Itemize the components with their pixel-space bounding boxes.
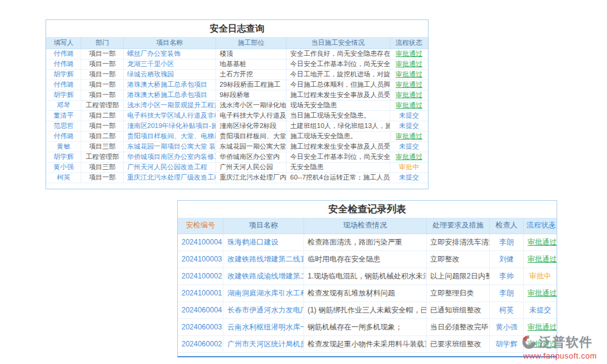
project-cell[interactable]: 珠海鹤港口建设 <box>223 234 304 251</box>
log-col-filler: 填写人 <box>46 37 81 49</box>
no-cell[interactable]: 2024100004 <box>178 234 223 251</box>
inspection-col-inspector: 检查人 <box>490 218 524 234</box>
inspection-col-measures: 处理要求及措施 <box>426 218 489 234</box>
action-cell: 已要求班组整改 <box>426 335 489 352</box>
vendor-url[interactable]: www.fanpusoft.com <box>521 351 606 360</box>
project-cell[interactable]: 广州市天河区统计局机房改... <box>223 335 304 352</box>
inspection-row: 2024100004珠海鹤港口建设检查路面清洗，路面污染严重立即安排清洗车清洗李… <box>178 234 557 251</box>
flow-cell[interactable]: 审批通过 <box>524 318 557 335</box>
no-cell[interactable]: 2024100001 <box>178 285 223 302</box>
project-cell[interactable]: 贵阳项目样板间、大堂、电梯厅装修工程 <box>123 131 215 141</box>
part-cell: 重庆江北污水处理厂内部... <box>215 172 286 183</box>
project-cell[interactable]: 华侨城项目南区办公室内装修工程 <box>123 152 215 162</box>
inspector-cell[interactable]: 黄小强 <box>490 318 524 335</box>
situation-cell: 无安全隐患 <box>287 162 390 172</box>
name-cell[interactable]: 付伟璐 <box>46 131 81 141</box>
flow-cell[interactable]: 审批通过 <box>390 152 428 162</box>
log-row: 邓琴工程管理部浅水湾小区一期景观提升工程施工浅水湾小区一期绿化地现场无安全隐患审… <box>46 100 428 110</box>
flow-cell[interactable]: 未提交 <box>524 302 557 318</box>
inspector-cell[interactable]: 胡学辉 <box>490 335 524 352</box>
situation-cell: 今日施工总体顺利，但施工人员脚面烫伤 <box>287 79 390 90</box>
log-col-safety-situation: 当日施工安全情况 <box>287 37 390 49</box>
name-cell[interactable]: 胡学辉 <box>46 69 81 79</box>
inspection-record-table: 安检编号 项目名称 现场检查情况 处理要求及措施 检查人 流程状态 ▼ 2024… <box>178 218 557 353</box>
project-cell[interactable]: 潼南区2019年绿化补贴项目-施工2标段 <box>123 121 215 131</box>
flow-cell[interactable]: 审批通过 <box>524 251 557 268</box>
situation-cell: (1) 钢筋绑扎作业三人未戴安全帽，已通知... <box>304 302 426 318</box>
name-cell[interactable]: 黄小强 <box>46 162 81 172</box>
part-cell: 广州天河人民公园 <box>215 162 286 172</box>
name-cell[interactable]: 柯英 <box>46 172 81 183</box>
log-row: 范思哲项目一部潼南区2019年绿化补贴项目-施工2标段潼南区绿化带2标段土建班组… <box>46 121 428 131</box>
project-cell[interactable]: 广州天河人民公园改造工程 <box>123 162 215 172</box>
no-cell[interactable]: 2024100003 <box>178 251 223 268</box>
inspector-cell[interactable]: 李朗 <box>490 285 524 302</box>
flow-cell[interactable]: 审批中 <box>524 268 557 285</box>
name-cell[interactable]: 胡学辉 <box>46 152 81 162</box>
dept-cell: 工程管理部 <box>81 152 123 162</box>
flow-cell[interactable]: 审批通过 <box>390 69 428 79</box>
project-cell[interactable]: 港珠澳大桥施工总承包项目 <box>123 79 215 90</box>
project-cell[interactable]: 浅水湾小区一期景观提升工程施工 <box>123 100 215 110</box>
flow-cell[interactable]: 审批通过 <box>390 49 428 59</box>
inspector-cell[interactable]: 李帅 <box>490 268 524 285</box>
safety-log-title: 安全日志查询 <box>46 20 428 37</box>
project-cell[interactable]: 改建铁路成渝线增建第二直... <box>223 268 304 285</box>
project-cell[interactable]: 港珠澳大桥施工总承包项目 <box>123 90 215 100</box>
name-cell[interactable]: 董清平 <box>46 110 81 121</box>
no-cell[interactable]: 2024060002 <box>178 335 223 352</box>
part-cell: 土石方开挖 <box>215 69 286 79</box>
log-row: 胡学辉工程管理部华侨城项目南区办公室内装修工程华侨城南区办公室内今日安全工作基本… <box>46 152 428 162</box>
project-cell[interactable]: 电子科技大学区域人行道及非机动车道工程 <box>123 110 215 121</box>
flow-cell[interactable]: 审批通过 <box>524 285 557 302</box>
log-col-flow-status: 流程状态 <box>390 37 428 49</box>
name-cell[interactable]: 范思哲 <box>46 121 81 131</box>
flow-cell[interactable]: 审批通过 <box>390 100 428 110</box>
filter-dropdown-icon[interactable]: ▼ <box>550 223 555 228</box>
inspection-col-check-number: 安检编号 <box>178 218 223 234</box>
flow-cell[interactable]: 审批通过 <box>390 90 428 100</box>
flow-cell[interactable]: 审批中 <box>390 162 428 172</box>
log-header-row: 填写人 部门 项目名称 施工部位 当日施工安全情况 流程状态 <box>46 37 428 49</box>
vendor-watermark: 泛普软件 www.fanpusoft.com <box>521 334 606 360</box>
name-cell[interactable]: 胡学辉 <box>46 90 81 100</box>
flow-cell[interactable]: 审批通过 <box>390 59 428 69</box>
project-cell[interactable]: 螺丝厂办公室装饰 <box>123 49 215 59</box>
part-cell: 楼顶 <box>215 49 286 59</box>
project-cell[interactable]: 重庆江北污水处理厂级改造工程-道路修复 <box>123 172 215 183</box>
project-cell[interactable]: 绿城云栖玫瑰园 <box>123 69 215 79</box>
inspector-cell[interactable]: 柯英 <box>490 302 524 318</box>
inspector-cell[interactable]: 刘健 <box>490 251 524 268</box>
project-cell[interactable]: 改建铁路线增建第二线直通... <box>223 251 304 268</box>
flow-cell[interactable]: 审批通过 <box>524 234 557 251</box>
part-cell: 电子科技大学人行道及非... <box>215 110 286 121</box>
name-cell[interactable]: 黄敏 <box>46 141 81 152</box>
project-cell[interactable]: 东城花园一期项目公寓大堂 装饰工程 <box>123 141 215 152</box>
project-cell[interactable]: 云南水利枢纽潜明水库一期... <box>223 318 304 335</box>
flow-cell[interactable]: 未提交 <box>390 121 428 131</box>
name-cell[interactable]: 付伟璐 <box>46 59 81 69</box>
flow-cell[interactable]: 审批通过 <box>390 131 428 141</box>
name-cell[interactable]: 邓琴 <box>46 100 81 110</box>
no-cell[interactable]: 2024060004 <box>178 302 223 318</box>
project-cell[interactable]: 长春市伊通河水力发电厂改... <box>223 302 304 318</box>
inspector-cell[interactable]: 李朗 <box>490 234 524 251</box>
name-cell[interactable]: 付伟璐 <box>46 49 81 59</box>
no-cell[interactable]: 2024100002 <box>178 268 223 285</box>
situation-cell: 检查路面清洗，路面污染严重 <box>304 234 426 251</box>
project-cell[interactable]: 龙湖三千里小区 <box>123 59 215 69</box>
name-cell[interactable]: 付伟璐 <box>46 79 81 90</box>
project-cell[interactable]: 湖南洞庭湖水库引水工程施... <box>223 285 304 302</box>
fanpu-logo-icon <box>521 334 537 350</box>
flow-cell[interactable]: 审批通过 <box>390 79 428 90</box>
flow-cell[interactable]: 未提交 <box>390 110 428 121</box>
situation-cell: 当日施工现场无安全隐患。 <box>287 110 390 121</box>
situation-cell: 今日工地开工，旋挖机进场，对旋挖机... <box>287 69 390 79</box>
log-row: 付伟璐项目二部贵阳项目样板间、大堂、电梯厅装修工程贵阳项目样板间、大堂、...施… <box>46 131 428 141</box>
flow-cell[interactable]: 未提交 <box>390 141 428 152</box>
no-cell[interactable]: 2024060003 <box>178 318 223 335</box>
inspection-row: 2024100003改建铁路线增建第二线直通...临时用电存在安全隐患立即整改刘… <box>178 251 557 268</box>
log-row: 黄敏项目三部东城花园一期项目公寓大堂 装饰工程东城花园一期公寓大堂施工过程未发生… <box>46 141 428 152</box>
flow-cell[interactable]: 未提交 <box>390 172 428 183</box>
log-row: 董清平项目二部电子科技大学区域人行道及非机动车道工程电子科技大学人行道及非...… <box>46 110 428 121</box>
